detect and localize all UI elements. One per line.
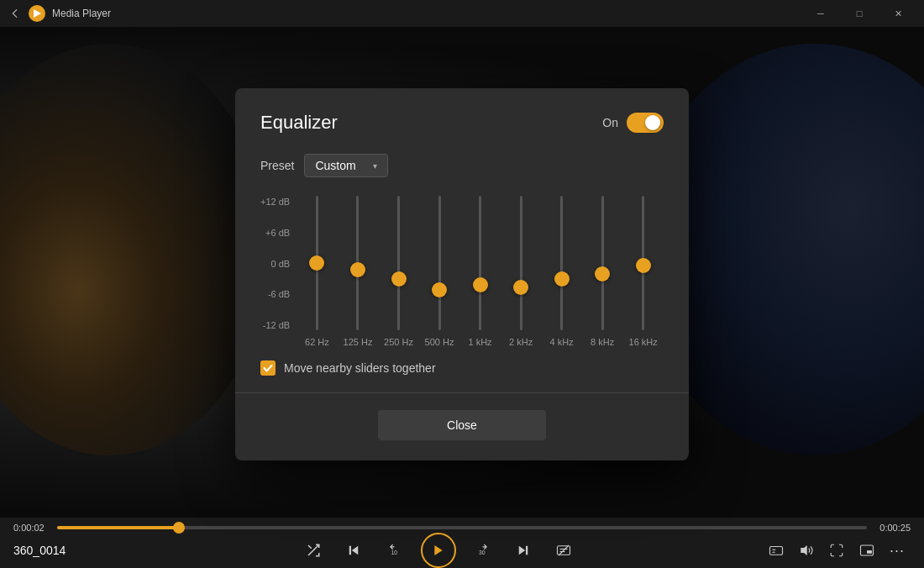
eq-toggle-area: On <box>602 113 664 133</box>
slider-col-4 <box>459 196 501 330</box>
slider-wrapper-4[interactable] <box>459 196 501 330</box>
previous-button[interactable] <box>340 537 367 564</box>
freq-label-0: 62 Hz <box>297 337 338 347</box>
freq-label-1: 125 Hz <box>338 337 379 347</box>
close-button[interactable]: Close <box>378 410 546 440</box>
eq-toggle-switch[interactable] <box>627 113 664 133</box>
db-label-0: 0 dB <box>260 260 290 269</box>
db-label-6n: -6 dB <box>260 290 290 299</box>
forward-button[interactable]: 30 <box>470 537 496 564</box>
slider-col-2 <box>378 196 419 330</box>
fisheye-left <box>0 44 269 455</box>
time-current: 0:00:02 <box>13 523 49 533</box>
close-window-button[interactable]: ✕ <box>879 0 917 27</box>
slider-thumb-0[interactable] <box>309 255 324 271</box>
eq-toggle-label: On <box>602 116 618 129</box>
slider-wrapper-1[interactable] <box>338 196 379 330</box>
svg-text:10: 10 <box>391 550 398 555</box>
freq-label-8: 16 kHz <box>622 337 664 347</box>
progress-bar[interactable] <box>57 526 867 529</box>
eq-title: Equalizer <box>260 112 338 134</box>
slider-wrapper-2[interactable] <box>378 196 419 330</box>
sliders-area: 62 Hz125 Hz250 Hz500 Hz1 kHz2 kHz4 kHz8 … <box>297 196 664 347</box>
slider-col-8 <box>622 196 664 330</box>
svg-rect-17 <box>867 550 872 554</box>
freq-label-5: 2 kHz <box>501 337 542 347</box>
subtitles-button[interactable] <box>550 537 577 564</box>
sliders-container: +12 dB +6 dB 0 dB -6 dB -12 dB 62 Hz125 … <box>260 196 664 347</box>
app-icon <box>29 5 45 22</box>
rewind-button[interactable]: 10 <box>381 537 407 564</box>
next-button[interactable] <box>510 537 537 564</box>
pip-button[interactable] <box>853 537 880 564</box>
slider-track-5 <box>520 196 522 330</box>
svg-rect-2 <box>349 546 351 555</box>
slider-track-6 <box>560 196 563 330</box>
slider-thumb-4[interactable] <box>473 277 488 292</box>
slider-wrapper-5[interactable] <box>501 196 542 330</box>
db-label-12p: +12 dB <box>260 197 290 207</box>
progress-area: 0:00:02 0:00:25 <box>13 518 911 533</box>
slider-track-4 <box>479 196 481 330</box>
svg-line-11 <box>559 545 569 555</box>
chevron-down-icon: ▾ <box>373 161 377 171</box>
svg-marker-4 <box>434 545 442 555</box>
slider-wrapper-3[interactable] <box>419 196 460 330</box>
captions-button[interactable] <box>763 537 790 564</box>
minimize-button[interactable]: ─ <box>801 0 840 27</box>
slider-thumb-1[interactable] <box>350 262 365 277</box>
slider-wrapper-0[interactable] <box>297 196 338 330</box>
preset-value: Custom <box>315 159 368 172</box>
svg-marker-6 <box>519 546 526 555</box>
slider-thumb-3[interactable] <box>432 282 447 297</box>
window-controls: ─ □ ✕ <box>801 0 917 27</box>
freq-label-3: 500 Hz <box>419 337 460 347</box>
play-button[interactable] <box>421 533 456 568</box>
back-button[interactable] <box>7 5 24 22</box>
bottom-bar: 0:00:02 0:00:25 360_0014 10 <box>0 518 924 568</box>
equalizer-dialog: Equalizer On Preset Custom ▾ +12 dB +6 d… <box>235 88 689 460</box>
app-title: Media Player <box>52 8 801 19</box>
time-total: 0:00:25 <box>875 523 911 533</box>
slider-thumb-5[interactable] <box>513 280 528 295</box>
svg-rect-7 <box>526 546 528 555</box>
preset-dropdown[interactable]: Custom ▾ <box>304 154 388 177</box>
volume-button[interactable] <box>793 537 820 564</box>
preset-label: Preset <box>260 159 294 172</box>
slider-wrapper-8[interactable] <box>622 196 664 330</box>
right-controls: ··· <box>763 537 911 564</box>
maximize-button[interactable]: □ <box>840 0 879 27</box>
slider-thumb-8[interactable] <box>636 258 651 273</box>
slider-track-7 <box>601 196 604 330</box>
more-button[interactable]: ··· <box>884 537 911 564</box>
toggle-knob <box>645 115 660 130</box>
slider-wrapper-6[interactable] <box>541 196 582 330</box>
center-controls: 10 30 <box>114 533 763 568</box>
eq-header: Equalizer On <box>260 112 664 134</box>
titlebar: Media Player ─ □ ✕ <box>0 0 924 27</box>
progress-thumb <box>173 522 185 534</box>
shuffle-button[interactable] <box>300 537 327 564</box>
frequency-labels: 62 Hz125 Hz250 Hz500 Hz1 kHz2 kHz4 kHz8 … <box>297 337 664 347</box>
move-sliders-checkbox[interactable] <box>260 360 276 376</box>
controls-row: 360_0014 10 <box>13 533 911 568</box>
slider-thumb-7[interactable] <box>595 266 610 281</box>
fullscreen-button[interactable] <box>823 537 850 564</box>
db-labels: +12 dB +6 dB 0 dB -6 dB -12 dB <box>260 196 290 330</box>
svg-marker-1 <box>352 546 359 555</box>
slider-track-0 <box>316 196 318 330</box>
sliders-track <box>297 196 664 330</box>
slider-thumb-2[interactable] <box>391 271 407 287</box>
slider-track-1 <box>356 196 359 330</box>
db-label-6p: +6 dB <box>260 229 290 238</box>
slider-col-7 <box>582 196 623 330</box>
slider-track-8 <box>642 196 644 330</box>
freq-label-4: 1 kHz <box>459 337 501 347</box>
slider-wrapper-7[interactable] <box>582 196 623 330</box>
slider-thumb-6[interactable] <box>554 271 570 287</box>
freq-label-6: 4 kHz <box>541 337 582 347</box>
progress-fill <box>57 526 179 529</box>
preset-row: Preset Custom ▾ <box>260 154 664 177</box>
db-label-12n: -12 dB <box>260 321 290 330</box>
freq-label-2: 250 Hz <box>378 337 419 347</box>
